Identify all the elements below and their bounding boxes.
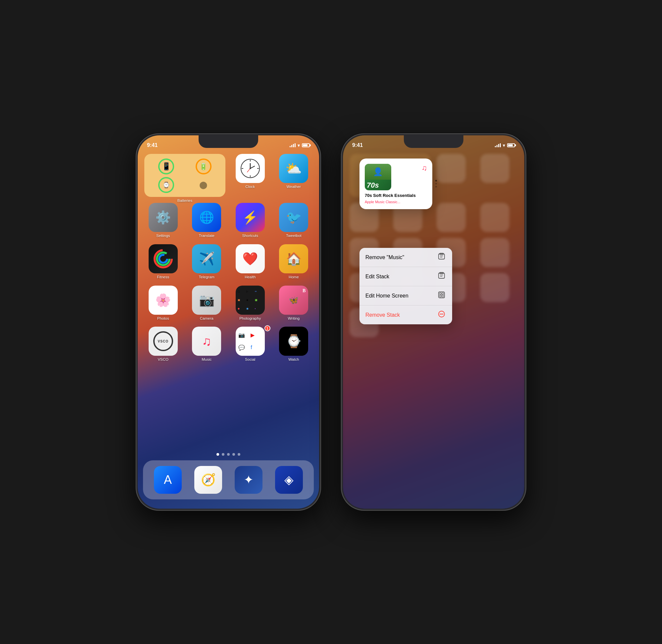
translate-label: Translate [199,234,214,238]
translate-app[interactable]: 🌐 Translate [188,203,226,238]
camera-label: Camera [200,316,213,321]
signal-icon-1 [290,143,296,147]
svg-rect-21 [439,293,441,295]
context-menu: Remove "Music" Edit Stack [360,248,452,324]
dot-4 [232,453,235,456]
spark-dock[interactable]: ✦ [235,466,262,494]
edit-stack-label: Edit Stack [365,274,389,280]
context-edit-home[interactable]: Edit Home Screen [360,286,452,305]
wifi-icon-2: ▾ [503,143,505,148]
signal-icon-2 [495,143,501,147]
home-app[interactable]: 🏠 Home [275,244,313,280]
svg-rect-20 [439,292,444,298]
svg-rect-24 [442,295,443,297]
shortcuts-app[interactable]: ⚡ Shortcuts [231,203,269,238]
social-label: Social [245,358,255,362]
battery-icon-1 [302,143,310,147]
photography-label: Photography [239,316,261,321]
camera-app[interactable]: 📷 Camera [188,285,226,321]
remove-stack-icon [437,310,446,319]
weather-label: Weather [287,185,301,189]
phone-2: 9:41 ▾ [341,133,526,511]
svg-point-11 [159,255,167,263]
weather-app[interactable]: ⛅ Weather [275,154,313,197]
health-app[interactable]: ❤️ Health [231,244,269,280]
music-app[interactable]: ♫ Music [188,327,226,362]
app-grid-1: 📱 🔋 ⌚ ⬤ Batteries [144,154,313,362]
svg-rect-22 [442,293,443,295]
dock-1: A 🧭 ✦ ◈ [143,460,314,499]
status-time-1: 9:41 [147,142,158,148]
album-art: 👤 70s [365,164,391,190]
clock-svg [240,158,260,179]
music-widget-card[interactable]: 👤 70s ♫ 70s Soft Rock Essentials Apple M… [360,159,432,209]
phone-1-screen: 9:41 ▾ 📱 [138,135,319,509]
status-icons-2: ▾ [495,143,515,148]
vsco-label: VSCO [158,358,168,362]
social-badge: 1 [265,325,270,331]
shortcuts-label: Shortcuts [242,234,258,238]
vsco-app[interactable]: VSCO VSCO [144,327,182,362]
settings-app[interactable]: ⚙️ Settings [144,203,182,238]
context-edit-stack[interactable]: Edit Stack [360,267,452,286]
status-time-2: 9:41 [352,142,363,148]
music-label: Music [202,358,211,362]
telegram-app[interactable]: ✈️ Telegram [188,244,226,280]
phone-2-screen: 9:41 ▾ [343,135,524,509]
watch-label: Watch [288,358,299,362]
dot-3 [227,453,230,456]
fitness-label: Fitness [157,275,169,280]
appstore-dock[interactable]: A [154,466,182,494]
watch-app[interactable]: ⌚ Watch [275,327,313,362]
dot-2 [222,453,224,456]
remove-music-icon [437,253,446,262]
widget-scroll-dots [435,180,437,188]
clock-app[interactable]: Clock [231,154,269,197]
fitness-app[interactable]: Fitness [144,244,182,280]
batteries-label: Batteries [177,199,192,203]
edit-home-label: Edit Home Screen [365,293,408,299]
remove-music-label: Remove "Music" [365,254,404,260]
phone-1: 9:41 ▾ 📱 [136,133,321,511]
dot-5 [238,453,240,456]
page-dots-1 [138,453,319,456]
edit-stack-icon [437,272,446,281]
artist-name: Apple Music Classic... [365,200,427,204]
telegram-label: Telegram [199,275,214,280]
svg-point-8 [250,168,251,169]
photos-app[interactable]: 🌸 Photos [144,285,182,321]
photos-label: Photos [157,316,169,321]
notch-1 [199,135,258,148]
tweetbot-app[interactable]: 🐦 Tweetbot [275,203,313,238]
dropbox-dock[interactable]: ◈ [275,466,303,494]
home-label: Home [289,275,299,280]
context-remove-music[interactable]: Remove "Music" [360,248,452,267]
social-app[interactable]: 📷 ▶ 💬 f 1 Social [231,327,269,362]
svg-rect-23 [439,295,441,297]
battery-icon-2 [507,143,515,147]
settings-label: Settings [156,234,170,238]
photography-app[interactable]: ◻ ▷ ∞ ▣ ◈ ▦ ◆ ◉ ▪ Photography [231,285,269,321]
tweetbot-label: Tweetbot [286,234,301,238]
writing-app[interactable]: 🦋 B Writing [275,285,313,321]
status-icons-1: ▾ [290,143,310,148]
health-label: Health [245,275,255,280]
fitness-rings-svg [153,249,173,269]
album-70s-text: 70s [367,182,379,189]
edit-home-icon [437,291,446,300]
clock-label: Clock [245,185,255,189]
context-remove-stack[interactable]: Remove Stack [360,305,452,324]
music-note-icon: ♫ [422,164,427,172]
song-title: 70s Soft Rock Essentials [365,193,427,199]
dot-1 [216,453,219,456]
batteries-widget[interactable]: 📱 🔋 ⌚ ⬤ Batteries [144,154,225,197]
wifi-icon-1: ▾ [298,143,300,148]
remove-stack-label: Remove Stack [365,312,400,318]
safari-dock[interactable]: 🧭 [194,466,222,494]
writing-label: Writing [288,316,300,321]
notch-2 [404,135,463,148]
